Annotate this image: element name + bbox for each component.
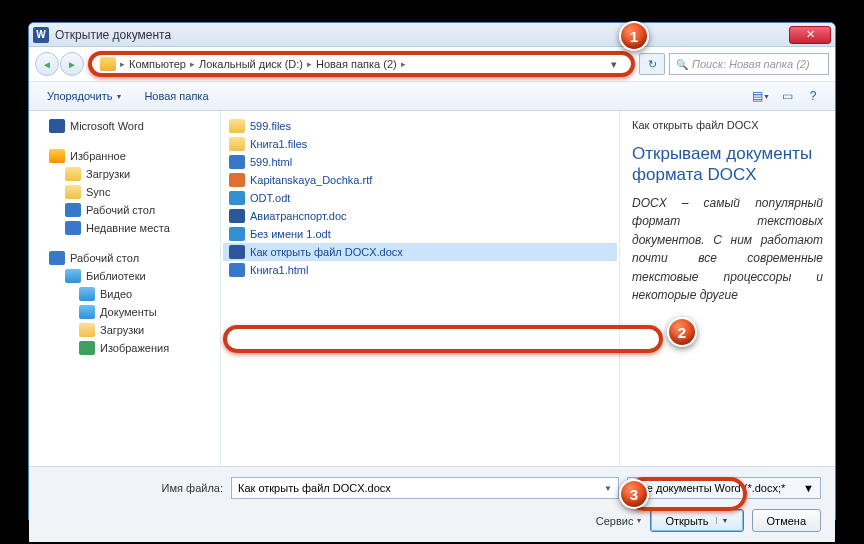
- file-item[interactable]: ODT.odt: [223, 189, 617, 207]
- file-name: Книга1.html: [250, 264, 308, 276]
- file-name: Kapitanskaya_Dochka.rtf: [250, 174, 372, 186]
- sidebar-item-desktop2[interactable]: Рабочий стол: [33, 249, 216, 267]
- file-name: 599.files: [250, 120, 291, 132]
- desktop-icon: [49, 251, 65, 265]
- file-icon: [229, 137, 245, 151]
- selection-highlight: [223, 325, 663, 353]
- cancel-button[interactable]: Отмена: [752, 509, 821, 532]
- dialog-body: Microsoft Word Избранное Загрузки Sync Р…: [29, 111, 835, 466]
- breadcrumb-dropdown[interactable]: ▾: [605, 58, 623, 71]
- search-input[interactable]: Поиск: Новая папка (2): [669, 53, 829, 75]
- file-item[interactable]: 599.files: [223, 117, 617, 135]
- organize-button[interactable]: Упорядочить▼: [39, 87, 130, 105]
- file-name: Без имени 1.odt: [250, 228, 331, 240]
- folder-icon: [79, 323, 95, 337]
- file-item[interactable]: Книга1.html: [223, 261, 617, 279]
- window-title: Открытие документа: [55, 28, 171, 42]
- chevron-right-icon: ▸: [307, 59, 312, 69]
- preview-filename: Как открыть файл DOCX: [632, 119, 823, 131]
- file-icon: [229, 209, 245, 223]
- folder-icon: [100, 57, 116, 71]
- chevron-right-icon: ▸: [190, 59, 195, 69]
- toolbar: Упорядочить▼ Новая папка ▤▼ ▭ ?: [29, 81, 835, 111]
- documents-icon: [79, 305, 95, 319]
- view-button[interactable]: ▤▼: [749, 86, 773, 106]
- filename-label: Имя файла:: [43, 482, 223, 494]
- chevron-down-icon: ▼: [115, 93, 122, 100]
- sidebar-item-libraries[interactable]: Библиотеки: [33, 267, 216, 285]
- file-name: 599.html: [250, 156, 292, 168]
- help-button[interactable]: ?: [801, 86, 825, 106]
- video-icon: [79, 287, 95, 301]
- back-button[interactable]: ◄: [35, 52, 59, 76]
- file-name: Авиатранспорт.doc: [250, 210, 347, 222]
- sidebar-item-word[interactable]: Microsoft Word: [33, 117, 216, 135]
- file-item[interactable]: Как открыть файл DOCX.docx: [223, 243, 617, 261]
- folder-icon: [65, 167, 81, 181]
- file-item[interactable]: Книга1.files: [223, 135, 617, 153]
- sidebar-item-downloads2[interactable]: Загрузки: [33, 321, 216, 339]
- desktop-icon: [65, 203, 81, 217]
- file-icon: [229, 191, 245, 205]
- sidebar-item-desktop[interactable]: Рабочий стол: [33, 201, 216, 219]
- file-name: Книга1.files: [250, 138, 307, 150]
- filename-input[interactable]: Как открыть файл DOCX.docx▼: [231, 477, 619, 499]
- open-file-dialog: W Открытие документа ✕ ◄ ► ▸ Компьютер ▸…: [28, 22, 836, 520]
- file-item[interactable]: 599.html: [223, 153, 617, 171]
- sidebar-item-documents[interactable]: Документы: [33, 303, 216, 321]
- chevron-right-icon: ▸: [401, 59, 406, 69]
- file-icon: [229, 155, 245, 169]
- preview-body: DOCX – самый популярный формат текстовых…: [632, 194, 823, 306]
- breadcrumb-item[interactable]: Новая папка (2): [316, 58, 397, 70]
- preview-heading: Открываем документы формата DOCX: [632, 143, 823, 186]
- word-icon: [49, 119, 65, 133]
- word-icon: W: [33, 27, 49, 43]
- file-list[interactable]: 2 599.filesКнига1.files599.htmlKapitansk…: [221, 111, 619, 466]
- breadcrumb[interactable]: ▸ Компьютер ▸ Локальный диск (D:) ▸ Нова…: [88, 51, 635, 77]
- navigation-sidebar: Microsoft Word Избранное Загрузки Sync Р…: [29, 111, 221, 466]
- file-icon: [229, 173, 245, 187]
- preview-pane: Как открыть файл DOCX Открываем документ…: [619, 111, 835, 466]
- callout-1: 1: [619, 21, 649, 51]
- file-icon: [229, 245, 245, 259]
- file-item[interactable]: Авиатранспорт.doc: [223, 207, 617, 225]
- dialog-footer: Имя файла: Как открыть файл DOCX.docx▼ В…: [29, 466, 835, 542]
- file-icon: [229, 263, 245, 277]
- chevron-right-icon: ▸: [120, 59, 125, 69]
- sidebar-item-images[interactable]: Изображения: [33, 339, 216, 357]
- breadcrumb-item[interactable]: Компьютер: [129, 58, 186, 70]
- navigation-bar: ◄ ► ▸ Компьютер ▸ Локальный диск (D:) ▸ …: [29, 47, 835, 81]
- preview-pane-button[interactable]: ▭: [775, 86, 799, 106]
- callout-3: 3: [619, 479, 649, 509]
- sidebar-item-downloads[interactable]: Загрузки: [33, 165, 216, 183]
- close-button[interactable]: ✕: [789, 26, 831, 44]
- filetype-select[interactable]: Все документы Word (*.docx;*▼: [627, 477, 821, 499]
- breadcrumb-item[interactable]: Локальный диск (D:): [199, 58, 303, 70]
- file-item[interactable]: Без имени 1.odt: [223, 225, 617, 243]
- sidebar-item-recent[interactable]: Недавние места: [33, 219, 216, 237]
- forward-button[interactable]: ►: [60, 52, 84, 76]
- new-folder-button[interactable]: Новая папка: [136, 87, 216, 105]
- images-icon: [79, 341, 95, 355]
- libraries-icon: [65, 269, 81, 283]
- open-button[interactable]: Открыть▼: [650, 509, 743, 532]
- callout-2: 2: [667, 317, 697, 347]
- refresh-button[interactable]: ↻: [639, 53, 665, 75]
- file-name: ODT.odt: [250, 192, 290, 204]
- recent-icon: [65, 221, 81, 235]
- chevron-down-icon[interactable]: ▼: [803, 482, 814, 494]
- star-icon: [49, 149, 65, 163]
- sidebar-item-video[interactable]: Видео: [33, 285, 216, 303]
- file-icon: [229, 119, 245, 133]
- chevron-down-icon[interactable]: ▼: [604, 484, 612, 493]
- chevron-down-icon: ▼: [635, 517, 642, 524]
- sidebar-item-sync[interactable]: Sync: [33, 183, 216, 201]
- chevron-down-icon[interactable]: ▼: [716, 517, 729, 524]
- sidebar-item-favorites[interactable]: Избранное: [33, 147, 216, 165]
- file-item[interactable]: Kapitanskaya_Dochka.rtf: [223, 171, 617, 189]
- folder-icon: [65, 185, 81, 199]
- tools-button[interactable]: Сервис▼: [596, 515, 643, 527]
- file-icon: [229, 227, 245, 241]
- file-name: Как открыть файл DOCX.docx: [250, 246, 403, 258]
- titlebar: W Открытие документа ✕: [29, 23, 835, 47]
